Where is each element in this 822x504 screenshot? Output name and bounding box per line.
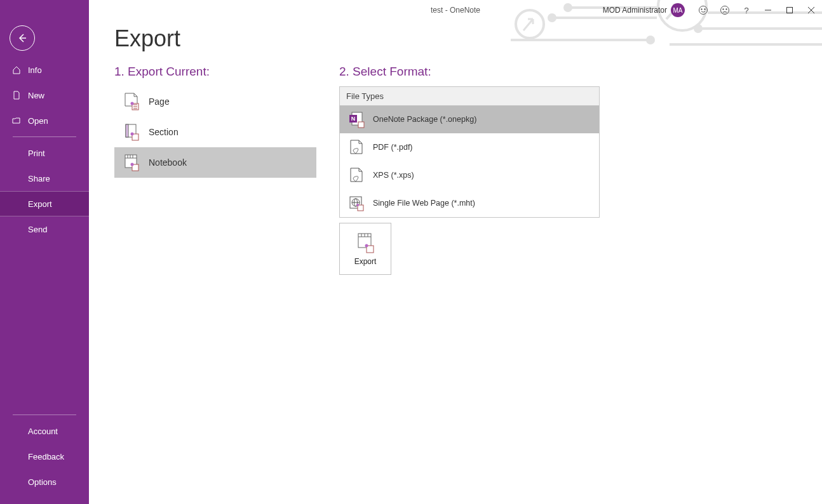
label: Section	[149, 127, 179, 137]
format-onenote-package[interactable]: N OneNote Package (*.onepkg)	[340, 105, 599, 133]
svg-point-15	[704, 9, 706, 10]
section-header-export-current: 1. Export Current:	[114, 65, 316, 79]
export-current-section[interactable]: Section	[114, 117, 316, 147]
pdf-icon	[344, 138, 369, 156]
sidebar-label: Info	[28, 65, 42, 75]
section-header-select-format: 2. Select Format:	[339, 65, 600, 79]
svg-rect-39	[358, 122, 364, 128]
page-title: Export	[114, 25, 822, 52]
section-icon	[119, 123, 144, 142]
sidebar-item-options[interactable]: Options	[0, 469, 89, 494]
file-types-header: File Types	[340, 87, 599, 105]
feedback-frown-icon[interactable]	[714, 0, 736, 20]
sidebar-item-new[interactable]: New	[0, 83, 89, 108]
svg-point-24	[131, 102, 134, 105]
svg-point-35	[131, 163, 134, 166]
main-area: test - OneNote MOD Administrator MA ?	[89, 0, 822, 504]
svg-rect-20	[787, 8, 793, 13]
sidebar-item-print[interactable]: Print	[0, 140, 89, 166]
svg-point-18	[726, 9, 727, 10]
svg-point-45	[356, 204, 359, 206]
maximize-button[interactable]	[779, 0, 800, 20]
sidebar-item-feedback[interactable]: Feedback	[0, 444, 89, 469]
page-icon	[119, 92, 144, 111]
label: Single File Web Page (*.mht)	[373, 199, 475, 208]
back-button[interactable]	[10, 25, 35, 51]
sidebar-label: Print	[28, 149, 45, 158]
close-button[interactable]	[800, 0, 822, 20]
svg-text:N: N	[351, 116, 356, 122]
label: PDF (*.pdf)	[373, 143, 413, 152]
label: XPS (*.xps)	[373, 171, 414, 180]
svg-point-13	[699, 6, 708, 15]
backstage-sidebar: Info New Open Print Share Export Send	[0, 0, 89, 504]
new-file-icon	[11, 90, 22, 100]
divider	[13, 414, 76, 415]
sidebar-item-account[interactable]: Account	[0, 418, 89, 444]
sidebar-label: Options	[28, 477, 57, 487]
sidebar-label: New	[28, 91, 44, 100]
sidebar-item-share[interactable]: Share	[0, 166, 89, 191]
sidebar-item-send[interactable]: Send	[0, 216, 89, 242]
sidebar-label: Share	[28, 174, 50, 183]
onenote-package-icon: N	[344, 110, 369, 128]
help-button[interactable]: ?	[736, 0, 757, 20]
export-current-notebook[interactable]: Notebook	[114, 147, 316, 178]
file-types-list: File Types N OneNote Package (*.onepkg)	[339, 86, 600, 218]
label: Notebook	[149, 157, 187, 168]
svg-point-16	[721, 6, 729, 15]
sidebar-label: Open	[28, 116, 48, 126]
notebook-icon	[119, 153, 144, 172]
svg-point-52	[365, 244, 368, 248]
sidebar-label: Send	[28, 225, 47, 234]
sidebar-item-open[interactable]: Open	[0, 108, 89, 133]
sidebar-item-info[interactable]: Info	[0, 57, 89, 83]
titlebar: test - OneNote MOD Administrator MA ?	[89, 0, 822, 20]
web-page-icon	[344, 194, 369, 212]
sidebar-label: Account	[28, 427, 58, 436]
minimize-button[interactable]	[757, 0, 779, 20]
svg-point-28	[131, 133, 134, 136]
home-icon	[11, 65, 22, 75]
user-name[interactable]: MOD Administrator	[603, 6, 667, 15]
xps-icon	[344, 166, 369, 184]
format-xps[interactable]: XPS (*.xps)	[340, 161, 599, 189]
feedback-smile-icon[interactable]	[692, 0, 714, 20]
avatar[interactable]: MA	[671, 3, 685, 17]
svg-rect-26	[126, 124, 128, 137]
divider	[13, 136, 76, 137]
format-pdf[interactable]: PDF (*.pdf)	[340, 133, 599, 161]
format-mht[interactable]: Single File Web Page (*.mht)	[340, 189, 599, 217]
label: OneNote Package (*.onepkg)	[373, 115, 476, 124]
svg-point-17	[723, 9, 724, 10]
sidebar-item-export[interactable]: Export	[0, 191, 89, 216]
svg-point-14	[701, 9, 703, 10]
label: Page	[149, 96, 170, 107]
export-button[interactable]: Export	[339, 223, 391, 275]
export-file-icon	[355, 232, 375, 253]
folder-open-icon	[11, 116, 22, 126]
export-current-page[interactable]: Page	[114, 86, 316, 117]
sidebar-label: Export	[28, 199, 52, 209]
sidebar-label: Feedback	[28, 452, 64, 461]
label: Export	[354, 257, 377, 266]
